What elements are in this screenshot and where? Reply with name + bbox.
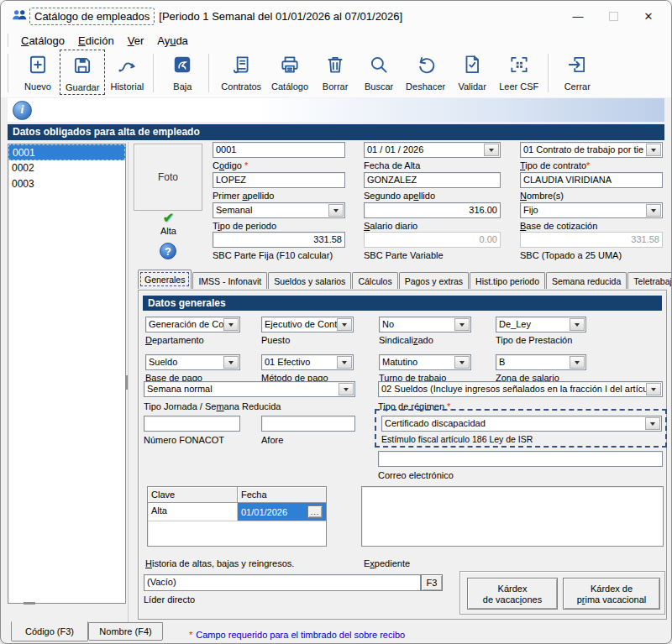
tab-generales[interactable]: Generales bbox=[138, 270, 192, 289]
turno-value: Matutino bbox=[382, 357, 417, 367]
menu-ver[interactable]: Ver bbox=[121, 34, 151, 47]
chevron-down-icon[interactable] bbox=[646, 383, 661, 395]
chevron-down-icon[interactable] bbox=[454, 356, 470, 369]
f3-button[interactable]: F3 bbox=[421, 574, 443, 591]
toolbar-baja-button[interactable]: Baja bbox=[160, 50, 204, 93]
tab-semana-reducida[interactable]: Semana reducida bbox=[546, 272, 627, 289]
tab-imss-infonavit[interactable]: IMSS - Infonavit bbox=[192, 272, 267, 289]
kardex-vacaciones-button[interactable]: Kárdex de vacaciones bbox=[467, 578, 558, 610]
kardex-prima-button[interactable]: Kárdex de prima vacacional bbox=[563, 578, 660, 610]
menu-catalogo[interactable]: Catálogo bbox=[14, 34, 71, 47]
chevron-down-icon[interactable] bbox=[454, 318, 470, 331]
regimen-combo[interactable]: 02 Sueldos (Incluye ingresos señalados e… bbox=[378, 381, 663, 397]
splitter-handle[interactable] bbox=[125, 375, 128, 390]
list-item[interactable]: 0003 bbox=[8, 176, 125, 192]
toolbar-guardar-button[interactable]: Guardar bbox=[60, 50, 104, 94]
afore-label: Afore bbox=[261, 435, 355, 445]
departamento-label: Departamento bbox=[145, 335, 240, 345]
window-title: Catálogo de empleados bbox=[29, 8, 155, 25]
toolbar: Nuevo Guardar Historial Baja Contrat bbox=[1, 50, 671, 97]
toolbar-validar-button[interactable]: Validar bbox=[450, 50, 494, 93]
primer-apellido-input[interactable]: LOPEZ bbox=[213, 172, 345, 188]
menu-edicion[interactable]: Edición bbox=[71, 34, 121, 47]
tab-hist-tipo-periodo[interactable]: Hist.tipo periodo bbox=[470, 272, 545, 289]
sindicalizado-combo[interactable]: No bbox=[379, 317, 471, 332]
chevron-down-icon[interactable] bbox=[337, 356, 352, 369]
minimize-button[interactable]: — bbox=[560, 3, 596, 29]
chevron-down-icon[interactable] bbox=[223, 318, 239, 331]
chevron-down-icon[interactable] bbox=[646, 204, 661, 217]
menu-ayuda[interactable]: Ayuda bbox=[150, 34, 195, 47]
segundo-apellido-label: Segundo apellido bbox=[364, 191, 501, 201]
tab-pagos-extras[interactable]: Pagos y extras bbox=[399, 272, 469, 289]
toolbar-historial-button[interactable]: Historial bbox=[105, 50, 149, 93]
correo-input[interactable] bbox=[378, 451, 663, 467]
jornada-combo[interactable]: Semana normal bbox=[144, 381, 355, 397]
table-cell-clave[interactable]: Alta bbox=[148, 503, 238, 521]
departamento-combo[interactable]: Generación de Co bbox=[145, 317, 240, 332]
bottom-tab-nombre[interactable]: Nombre (F4) bbox=[88, 622, 163, 641]
maximize-button[interactable] bbox=[596, 3, 631, 29]
tab-teletrabajo[interactable]: Teletrabajo bbox=[627, 272, 672, 289]
chevron-down-icon[interactable] bbox=[570, 356, 585, 369]
toolbar-nuevo-button[interactable]: Nuevo bbox=[16, 50, 60, 93]
list-item[interactable]: 0002 bbox=[8, 160, 125, 176]
list-item[interactable]: 0001 bbox=[8, 144, 125, 160]
segundo-apellido-input[interactable]: GONZALEZ bbox=[364, 172, 501, 188]
tipo-periodo-combo[interactable]: Semanal bbox=[213, 202, 345, 218]
toolbar-leercsf-button[interactable]: Leer CSF bbox=[494, 50, 543, 93]
toolbar-separator bbox=[208, 54, 212, 92]
expediente-box[interactable] bbox=[361, 486, 664, 547]
lider-directo-input[interactable]: (Vacío) bbox=[144, 574, 421, 591]
toolbar-leercsf-label: Leer CSF bbox=[499, 81, 538, 92]
table-header-fecha: Fecha bbox=[238, 487, 326, 503]
help-icon[interactable]: ? bbox=[160, 243, 176, 259]
tab-sueldos-salarios[interactable]: Sueldos y salarios bbox=[268, 272, 351, 289]
toolbar-contratos-button[interactable]: Contratos bbox=[216, 50, 266, 93]
chevron-down-icon[interactable] bbox=[484, 144, 499, 156]
chevron-down-icon[interactable] bbox=[339, 383, 354, 395]
zona-salario-combo[interactable]: B bbox=[496, 354, 586, 370]
salario-diario-input[interactable]: 316.00 bbox=[364, 202, 501, 218]
alta-check-icon: ✔ bbox=[145, 211, 192, 225]
afore-input[interactable] bbox=[261, 416, 355, 432]
ellipsis-button[interactable]: ... bbox=[307, 505, 323, 518]
chevron-down-icon[interactable] bbox=[645, 417, 660, 430]
new-document-icon bbox=[27, 54, 49, 79]
codigo-label: Codigo bbox=[213, 160, 242, 170]
metodo-pago-combo[interactable]: 01 Efectivo bbox=[261, 354, 354, 370]
toolbar-contratos-label: Contratos bbox=[221, 81, 261, 92]
chevron-down-icon[interactable] bbox=[570, 318, 585, 331]
tipo-contrato-combo[interactable]: 01 Contrato de trabajo por tie bbox=[520, 142, 663, 158]
bottom-tab-codigo[interactable]: Código (F3) bbox=[11, 621, 88, 641]
chevron-down-icon[interactable] bbox=[223, 356, 239, 369]
codigo-input[interactable]: 0001 bbox=[213, 142, 345, 158]
tipo-prestacion-value: De_Ley bbox=[499, 319, 531, 329]
nombres-input[interactable]: CLAUDIA VIRIDIANA bbox=[520, 172, 663, 188]
toolbar-buscar-button[interactable]: Buscar bbox=[357, 50, 401, 93]
toolbar-catalogo-button[interactable]: Catálogo bbox=[266, 50, 313, 93]
estimulo-combo[interactable]: Certificado discapacidad bbox=[381, 416, 662, 432]
chevron-down-icon[interactable] bbox=[337, 318, 352, 331]
turno-combo[interactable]: Matutino bbox=[379, 354, 471, 370]
fonacot-input[interactable] bbox=[144, 416, 240, 432]
kardex-vacaciones-line1: Kárdex bbox=[498, 584, 528, 594]
chevron-down-icon[interactable] bbox=[646, 144, 661, 156]
close-button[interactable]: ✕ bbox=[631, 3, 666, 29]
tipo-prestacion-combo[interactable]: De_Ley bbox=[496, 317, 586, 332]
info-icon[interactable]: i bbox=[13, 101, 32, 120]
table-cell-fecha[interactable]: 01/01/2026 ... bbox=[238, 503, 326, 521]
fecha-alta-combo[interactable]: 01 / 01 / 2026 bbox=[364, 142, 501, 158]
chevron-down-icon[interactable] bbox=[328, 204, 344, 217]
title-bar: Catálogo de empleados [Periodo 1 Semanal… bbox=[1, 1, 671, 31]
base-cotizacion-combo[interactable]: Fijo bbox=[520, 202, 663, 218]
tab-calculos[interactable]: Cálculos bbox=[352, 272, 397, 289]
toolbar-cerrar-button[interactable]: Cerrar bbox=[555, 50, 599, 93]
list-resize-grip[interactable] bbox=[24, 602, 35, 605]
base-pago-combo[interactable]: Sueldo bbox=[145, 354, 240, 370]
puesto-combo[interactable]: Ejecutivo de Cont bbox=[261, 317, 354, 332]
photo-placeholder[interactable]: Foto bbox=[134, 144, 202, 211]
sbc-fija-input[interactable]: 331.58 bbox=[213, 232, 345, 248]
toolbar-deshacer-button[interactable]: Deshacer bbox=[401, 50, 450, 93]
toolbar-borrar-button[interactable]: Borrar bbox=[313, 50, 357, 93]
